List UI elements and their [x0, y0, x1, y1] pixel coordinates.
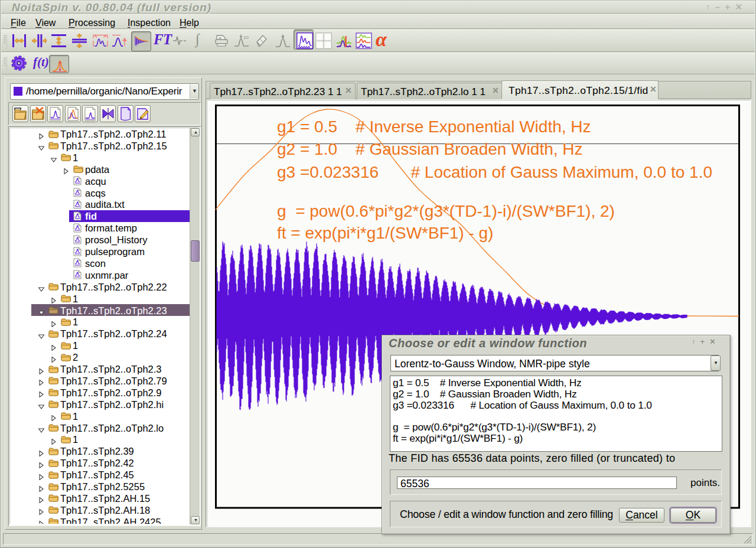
svg-text:10: 10 [243, 35, 249, 40]
